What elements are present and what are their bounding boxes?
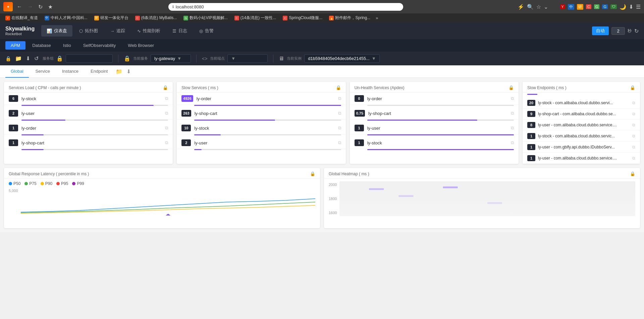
page-tab-global[interactable]: Global bbox=[5, 65, 29, 78]
slow-endpoints-copy-6[interactable]: ⧉ bbox=[632, 156, 635, 161]
apm-tab-apm[interactable]: APM bbox=[5, 41, 25, 50]
forward-button[interactable]: → bbox=[26, 3, 34, 10]
extensions-icon[interactable]: Y bbox=[560, 4, 565, 9]
slow-endpoints-copy-3[interactable]: ⧉ bbox=[632, 123, 635, 127]
unhealth-services-copy-1[interactable]: ⧉ bbox=[511, 96, 514, 101]
services-load-copy-4[interactable]: ⧉ bbox=[165, 140, 168, 145]
refresh-toolbar-icon[interactable]: ↺ bbox=[34, 55, 39, 62]
nav-tab-dashboard[interactable]: 📊 仪表盘 bbox=[41, 25, 72, 37]
download-icon[interactable]: ⬇ bbox=[629, 4, 633, 10]
nav-tab-profiling[interactable]: ∿ 性能剖析 bbox=[132, 25, 166, 37]
ext7-icon[interactable]: 🛡 bbox=[610, 4, 617, 9]
slow-endpoints-copy-1[interactable]: ⧉ bbox=[632, 101, 635, 105]
current-service-dropdown[interactable]: ly-gateway ▼ bbox=[151, 54, 191, 63]
nav-tab-alarm[interactable]: ◎ 告警 bbox=[194, 25, 219, 37]
apm-tab-database[interactable]: Database bbox=[27, 41, 56, 50]
service-group-input[interactable] bbox=[66, 54, 113, 63]
nav-tab-topology-label: 拓扑图 bbox=[85, 28, 98, 34]
search-icon[interactable]: 🔍 bbox=[527, 4, 534, 10]
unhealth-services-copy-3[interactable]: ⧉ bbox=[511, 125, 514, 131]
dark-mode-icon[interactable]: 🌙 bbox=[620, 4, 626, 10]
unhealth-services-copy-4[interactable]: ⧉ bbox=[511, 140, 514, 145]
bookmark-yizhi[interactable]: C (14条消息) 一致性... bbox=[232, 14, 279, 21]
ext2-icon[interactable]: 中 bbox=[568, 4, 574, 10]
slow-endpoints-name-6: ly-user - com.alibaba.cloud.dubbo.servic… bbox=[538, 156, 630, 161]
slow-endpoints-copy-2[interactable]: ⧉ bbox=[632, 112, 635, 116]
slow-endpoints-title: Slow Endpoints ( ms ) bbox=[527, 85, 567, 90]
nav-tab-log[interactable]: ☰ 日志 bbox=[167, 25, 193, 37]
unhealth-services-lock-icon[interactable]: 🔒 bbox=[508, 85, 514, 90]
lightning-icon[interactable]: ⚡ bbox=[518, 4, 524, 10]
current-service-label: 当前服务 bbox=[133, 56, 148, 61]
ext3-icon[interactable]: 研 bbox=[577, 4, 583, 10]
legend-p99-label: P99 bbox=[77, 181, 84, 186]
page-tab-service[interactable]: Service bbox=[30, 65, 55, 78]
unhealth-services-copy-2[interactable]: ⧉ bbox=[511, 111, 514, 116]
slow-endpoints-copy-5[interactable]: ⧉ bbox=[632, 145, 635, 149]
bookmark-fujianyoujian[interactable]: 🔥 附件邮件，Spring... bbox=[326, 14, 373, 21]
slow-endpoints-item-1: 20 ly-stock - com.alibaba.cloud.dubbo.se… bbox=[523, 98, 640, 109]
ext4-icon[interactable]: C bbox=[586, 4, 591, 9]
more-bookmarks[interactable]: » bbox=[376, 15, 378, 20]
tab-folder-icon[interactable]: 📁 bbox=[114, 66, 124, 77]
services-load-copy-1[interactable]: ⧉ bbox=[165, 96, 168, 101]
bookmark-youdao[interactable]: Y 在线翻译_有道 bbox=[3, 14, 41, 21]
refresh-button[interactable]: ↻ bbox=[634, 28, 639, 34]
url-bar[interactable]: ℹ localhost:8080 bbox=[168, 3, 403, 11]
auto-button[interactable]: 自动 bbox=[592, 26, 609, 35]
services-load-copy-2[interactable]: ⧉ bbox=[165, 111, 168, 116]
tab-download-icon[interactable]: ⬇ bbox=[125, 66, 132, 77]
services-load-badge-2: 2 bbox=[9, 110, 18, 117]
current-instance-dropdown[interactable]: d1b5948405e04decb6e21455... ▼ bbox=[304, 54, 380, 63]
separator-2 bbox=[196, 55, 197, 63]
folder-icon[interactable]: 📁 bbox=[15, 55, 22, 62]
slow-services-header: Slow Services ( ms ) 🔒 bbox=[177, 82, 345, 92]
ext6-icon[interactable]: G bbox=[602, 4, 608, 9]
menu-icon[interactable]: ☰ bbox=[636, 4, 641, 10]
trace-icon: → bbox=[110, 28, 114, 34]
global-latency-lock-icon[interactable]: 🔒 bbox=[310, 171, 315, 176]
reload-button[interactable]: ↻ bbox=[37, 3, 44, 11]
services-load-copy-3[interactable]: ⧉ bbox=[165, 125, 168, 131]
bookmark-mybatis[interactable]: C (6条消息) MyBatis... bbox=[132, 14, 180, 21]
lock-icon-4: 🖥 bbox=[279, 56, 284, 62]
slow-services-copy-3[interactable]: ⧉ bbox=[338, 125, 341, 131]
current-endpoint-dropdown[interactable]: ▼ bbox=[227, 54, 268, 63]
ext5-icon[interactable]: G bbox=[594, 4, 600, 9]
slow-endpoints-copy-4[interactable]: ⧉ bbox=[632, 134, 635, 138]
slow-services-lock-icon[interactable]: 🔒 bbox=[336, 85, 341, 90]
global-heatmap-lock-icon[interactable]: 🔒 bbox=[630, 171, 635, 176]
page-tab-instance[interactable]: Instance bbox=[57, 65, 84, 78]
unhealth-services-badge-4: 1 bbox=[355, 139, 364, 146]
bookmark-yanfa[interactable]: 研 研发一体化平台 bbox=[92, 14, 131, 21]
services-load-title: Services Load ( CPM - calls per minute ) bbox=[9, 85, 81, 90]
unhealth-services-badge-2: 0.75 bbox=[355, 110, 365, 117]
star-icon[interactable]: ☆ bbox=[536, 4, 541, 10]
bookmark-shuma-label: 数码小站VIP视频解... bbox=[190, 15, 227, 21]
bookmark-zhongke[interactable]: 中 中科人才网-中国科... bbox=[42, 14, 90, 21]
apm-tab-web[interactable]: Web Browser bbox=[122, 41, 159, 50]
page-tab-endpoint[interactable]: Endpoint bbox=[85, 65, 113, 78]
slow-services-copy-4[interactable]: ⧉ bbox=[338, 140, 341, 145]
home-button[interactable]: ★ bbox=[47, 3, 54, 11]
slow-endpoints-item-3: 8 ly-user - com.alibaba.cloud.dubbo.serv… bbox=[523, 120, 640, 131]
chevron-down-icon[interactable]: ⌄ bbox=[544, 4, 548, 10]
bookmark-fujianyoujian-label: 附件邮件，Spring... bbox=[335, 15, 370, 21]
nav-tab-topology[interactable]: ⬡ 拓扑图 bbox=[74, 25, 103, 37]
bookmark-springcloud[interactable]: C SpringCloud微服... bbox=[280, 14, 325, 21]
slow-endpoints-item-5: 1 ly-user - com.gblfy.api.dubbo.IDubboSe… bbox=[523, 142, 640, 153]
services-load-lock-icon[interactable]: 🔒 bbox=[163, 85, 168, 90]
latency-y-label: 5,000 bbox=[9, 189, 18, 193]
unhealth-services-name-1: ly-order bbox=[367, 96, 507, 101]
slow-endpoints-lock-icon[interactable]: 🔒 bbox=[630, 85, 635, 90]
global-latency-title: Global Response Latency ( percentile in … bbox=[9, 172, 89, 176]
nav-tab-trace[interactable]: → 追踪 bbox=[105, 25, 130, 37]
download-toolbar-icon[interactable]: ⬇ bbox=[26, 55, 30, 62]
refresh-interval-input[interactable] bbox=[611, 27, 625, 35]
back-button[interactable]: ← bbox=[15, 3, 23, 10]
bookmark-shuma[interactable]: G 数码小站VIP视频解... bbox=[181, 14, 230, 21]
apm-tab-self[interactable]: SelfObservability bbox=[78, 41, 121, 50]
slow-services-copy-1[interactable]: ⧉ bbox=[338, 96, 341, 101]
apm-tab-istio[interactable]: Istio bbox=[58, 41, 76, 50]
slow-services-copy-2[interactable]: ⧉ bbox=[338, 111, 341, 116]
